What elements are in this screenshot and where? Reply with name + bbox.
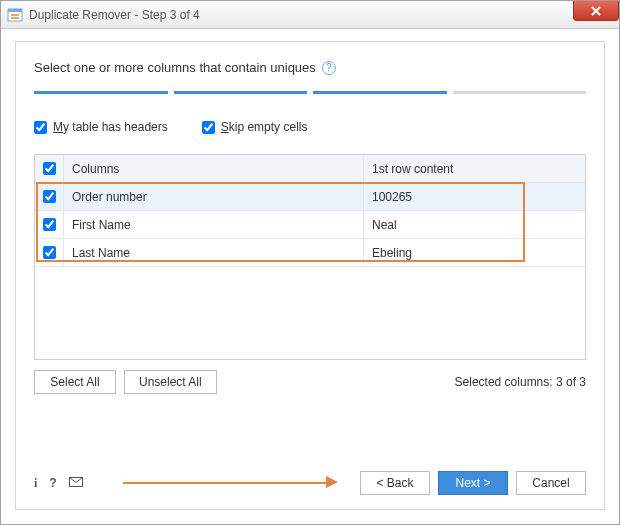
dialog-window: Duplicate Remover - Step 3 of 4 Select o…: [0, 0, 620, 525]
back-button[interactable]: < Back: [360, 471, 430, 495]
window-title: Duplicate Remover - Step 3 of 4: [29, 8, 200, 22]
nav-buttons: < Back Next > Cancel: [360, 471, 586, 495]
select-all-button[interactable]: Select All: [34, 370, 116, 394]
table-row[interactable]: Order number 100265: [35, 183, 585, 211]
row-column-name: First Name: [64, 211, 364, 239]
progress-step-2: [174, 91, 308, 94]
skip-checkbox-input[interactable]: [202, 121, 215, 134]
help-icon-footer[interactable]: ?: [49, 476, 56, 490]
step-progress: [34, 91, 586, 94]
my-table-has-headers-checkbox[interactable]: My table has headers: [34, 120, 168, 134]
mail-icon[interactable]: [69, 476, 83, 490]
footer-row: i ? < Back Next > Cancel: [34, 469, 586, 497]
next-button[interactable]: Next >: [438, 471, 508, 495]
instruction-row: Select one or more columns that contain …: [34, 60, 586, 75]
footer-icons: i ?: [34, 476, 83, 491]
dialog-body: Select one or more columns that contain …: [15, 41, 605, 510]
row-first-value: 100265: [364, 183, 586, 211]
progress-step-3: [313, 91, 447, 94]
selected-count-label: Selected columns: 3 of 3: [455, 375, 586, 389]
headers-checkbox-input[interactable]: [34, 121, 47, 134]
select-all-header[interactable]: [35, 155, 64, 183]
columns-table: Columns 1st row content Order number 100…: [35, 155, 585, 267]
table-row[interactable]: Last Name Ebeling: [35, 239, 585, 267]
row-checkbox[interactable]: [43, 190, 56, 203]
select-all-checkbox[interactable]: [43, 162, 56, 175]
headers-checkbox-label: My table has headers: [53, 120, 168, 134]
info-icon[interactable]: i: [34, 476, 37, 491]
row-column-name: Order number: [64, 183, 364, 211]
header-first-row[interactable]: 1st row content: [364, 155, 586, 183]
svg-rect-1: [8, 9, 22, 12]
skip-checkbox-label: Skip empty cells: [221, 120, 308, 134]
row-first-value: Neal: [364, 211, 586, 239]
row-first-value: Ebeling: [364, 239, 586, 267]
app-icon: [7, 7, 23, 23]
table-header-row: Columns 1st row content: [35, 155, 585, 183]
table-row[interactable]: First Name Neal: [35, 211, 585, 239]
selection-toolbar: Select All Unselect All Selected columns…: [34, 370, 586, 394]
options-row: My table has headers Skip empty cells: [34, 120, 586, 134]
skip-empty-cells-checkbox[interactable]: Skip empty cells: [202, 120, 308, 134]
close-icon: [591, 6, 601, 16]
row-checkbox[interactable]: [43, 246, 56, 259]
progress-step-4: [453, 91, 587, 94]
instruction-text: Select one or more columns that contain …: [34, 60, 316, 75]
unselect-all-button[interactable]: Unselect All: [124, 370, 217, 394]
help-icon[interactable]: ?: [322, 61, 336, 75]
annotation-arrow: [123, 478, 354, 488]
row-checkbox[interactable]: [43, 218, 56, 231]
row-column-name: Last Name: [64, 239, 364, 267]
cancel-button[interactable]: Cancel: [516, 471, 586, 495]
header-columns[interactable]: Columns: [64, 155, 364, 183]
close-button[interactable]: [573, 1, 619, 21]
progress-step-1: [34, 91, 168, 94]
title-bar: Duplicate Remover - Step 3 of 4: [1, 1, 619, 29]
columns-table-container: Columns 1st row content Order number 100…: [34, 154, 586, 360]
